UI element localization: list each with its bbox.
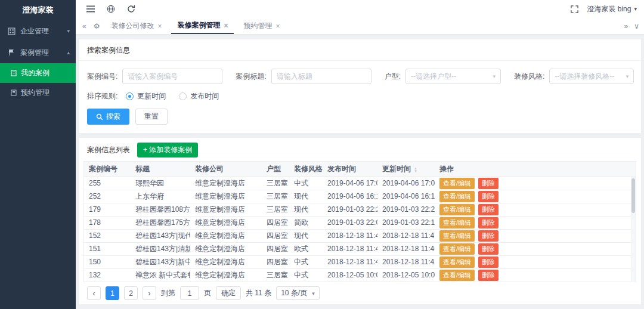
col-case-id: 案例编号: [84, 162, 131, 177]
cell-company: 维意定制澄海店: [190, 177, 262, 190]
sidebar-item-appointments[interactable]: 预约管理: [0, 83, 76, 103]
delete-button[interactable]: 删除: [478, 178, 499, 189]
page-word-label: 页: [204, 288, 211, 298]
close-icon[interactable]: ×: [275, 22, 280, 30]
search-card: 搜索案例信息 案例编号: 案例标题: 户型: --请选择户型--: [79, 39, 641, 133]
main-area: 澄海家装 bing ▾ « ⚙ 装修公司修改 × 装修案例管理 × 预约管理 ×: [76, 0, 644, 309]
menu-label: 案例管理: [20, 48, 49, 58]
chevron-up-icon: ▴: [67, 50, 70, 55]
sidebar-item-my-cases[interactable]: 我的案例: [0, 63, 76, 83]
cell-case-id: 252: [84, 190, 131, 203]
cell-title: 碧桂园馨园108方|现...: [131, 203, 190, 216]
sidebar-item-cases[interactable]: 案例管理 ▴: [0, 42, 76, 63]
radio-publish-time[interactable]: [179, 92, 187, 100]
next-page-button[interactable]: ›: [143, 286, 156, 300]
topbar-right: 澄海家装 bing ▾: [571, 4, 637, 14]
cell-actions: 查看/编辑删除: [435, 255, 636, 268]
cell-title: 禅意浓 新中式套餐厅: [131, 268, 190, 282]
page-size-select[interactable]: 10 条/页 ▾: [276, 286, 320, 300]
cell-publish-time: 2018-12-18 11:42: [323, 255, 377, 268]
view-edit-button[interactable]: 查看/编辑: [439, 243, 475, 255]
document-icon: [11, 89, 17, 96]
tabs-scroll-right-icon[interactable]: »: [624, 22, 628, 30]
radio-update-time[interactable]: [126, 92, 134, 100]
user-menu[interactable]: 澄海家装 bing ▾: [587, 4, 637, 14]
table-row: 179碧桂园馨园108方|现...维意定制澄海店三居室现代2019-01-03 …: [84, 203, 636, 216]
cell-case-id: 132: [84, 268, 131, 282]
cell-house-type: 三居室: [262, 177, 289, 190]
delete-button[interactable]: 删除: [478, 204, 499, 215]
cell-style: 现代: [289, 203, 323, 216]
add-case-button[interactable]: + 添加装修案例: [137, 143, 198, 157]
pagination: ‹ 1 2 › 到第 页 确定 共 11 条 10 条/页 ▾: [79, 282, 641, 304]
delete-button[interactable]: 删除: [478, 270, 499, 281]
cell-update-time: 2018-12-18 11:42: [377, 255, 435, 268]
cell-update-time: 2019-04-06 16:14: [377, 190, 435, 203]
view-edit-button[interactable]: 查看/编辑: [439, 178, 475, 189]
delete-button[interactable]: 删除: [478, 191, 499, 202]
refresh-icon[interactable]: [127, 5, 135, 13]
cell-update-time: 2019-04-06 17:04: [377, 177, 435, 190]
prev-page-button[interactable]: ‹: [87, 286, 101, 300]
delete-button[interactable]: 删除: [478, 257, 499, 268]
tabs-collapse-icon[interactable]: ∨: [634, 22, 639, 30]
cell-title: 碧桂园馨园143 ㎡简欧...: [131, 282, 190, 282]
cell-title: 碧桂园馨园175方|简...: [131, 216, 190, 229]
view-edit-button[interactable]: 查看/编辑: [439, 217, 475, 228]
cell-style: 简欧: [289, 216, 323, 229]
confirm-button[interactable]: 确定: [216, 286, 241, 300]
cell-actions: 查看/编辑删除: [435, 190, 636, 203]
table-row: 132禅意浓 新中式套餐厅维意定制澄海店三居室中式2018-12-05 10:0…: [84, 268, 636, 282]
menu-toggle-icon[interactable]: [86, 5, 95, 13]
sidebar: 澄海家装 企业管理 ▾ 案例管理 ▴ 我的案例 预约管理: [0, 0, 76, 309]
tab-company-edit[interactable]: 装修公司修改 ×: [105, 18, 168, 34]
tab-label: 预约管理: [243, 21, 272, 31]
reset-button[interactable]: 重置: [135, 109, 168, 125]
scrollbar-thumb[interactable]: [631, 178, 635, 213]
tabs-scroll-left-icon[interactable]: «: [80, 22, 88, 30]
button-row: 搜索 重置: [79, 101, 641, 133]
close-icon[interactable]: ×: [157, 22, 162, 30]
chevron-down-icon: ▾: [626, 73, 629, 79]
cell-house-type: 三居室: [262, 268, 289, 282]
case-id-input[interactable]: [122, 69, 222, 84]
cell-case-id: 255: [84, 177, 131, 190]
cell-publish-time: 2019-01-03 22:09: [323, 216, 377, 229]
sort-icon[interactable]: ▴▾: [414, 166, 417, 172]
radio-publish-time-label: 发布时间: [190, 91, 219, 101]
view-edit-button[interactable]: 查看/编辑: [439, 191, 475, 202]
view-edit-button[interactable]: 查看/编辑: [439, 257, 475, 268]
sidebar-item-enterprise[interactable]: 企业管理 ▾: [0, 20, 76, 42]
close-icon[interactable]: ×: [224, 21, 228, 30]
goto-page-input[interactable]: [180, 286, 199, 300]
tabs-settings-icon[interactable]: ⚙: [92, 22, 102, 30]
cell-style: 现代: [289, 190, 323, 203]
delete-button[interactable]: 删除: [478, 230, 499, 242]
case-title-input[interactable]: [271, 69, 371, 84]
page-button-2[interactable]: 2: [124, 286, 138, 300]
cell-house-type: 四居室: [262, 242, 289, 255]
cell-title: 碧桂园143方|清新北...: [131, 242, 190, 255]
cell-house-type: 四居室: [262, 255, 289, 268]
decor-style-select[interactable]: --请选择装修风格-- ▾: [549, 69, 634, 84]
globe-icon[interactable]: [107, 5, 115, 13]
sort-row: 排序规则: 更新时间 发布时间: [79, 85, 641, 101]
delete-button[interactable]: 删除: [478, 243, 499, 255]
tab-case-management[interactable]: 装修案例管理 ×: [171, 18, 234, 34]
col-update-time[interactable]: 更新时间 ▴▾: [377, 162, 435, 177]
cell-case-id: 179: [84, 203, 131, 216]
table-scrollbar[interactable]: [631, 177, 636, 282]
table-row: 120碧桂园馨园143 ㎡简欧...维意定制澄海店四居室欧式2018-11-28…: [84, 282, 636, 282]
search-button[interactable]: 搜索: [87, 109, 129, 125]
view-edit-button[interactable]: 查看/编辑: [439, 270, 475, 281]
house-type-select[interactable]: --请选择户型-- ▾: [405, 69, 501, 84]
cell-company: 维意定制澄海店: [190, 203, 262, 216]
tab-appointment-management[interactable]: 预约管理 ×: [237, 18, 286, 34]
fullscreen-icon[interactable]: [571, 5, 578, 13]
page-button-1[interactable]: 1: [106, 286, 119, 300]
brand-title: 澄海家装: [0, 0, 76, 20]
delete-button[interactable]: 删除: [478, 217, 499, 228]
total-count-label: 共 11 条: [246, 288, 271, 298]
view-edit-button[interactable]: 查看/编辑: [439, 230, 475, 242]
view-edit-button[interactable]: 查看/编辑: [439, 204, 475, 215]
